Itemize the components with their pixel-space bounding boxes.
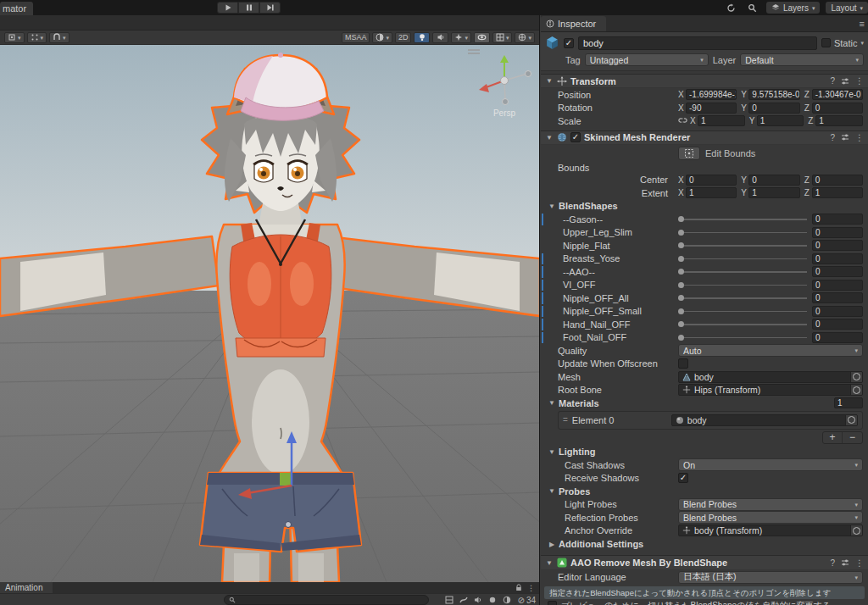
blendshape-value-field[interactable]: 0 bbox=[812, 306, 863, 317]
center-z-field[interactable]: 0 bbox=[812, 175, 863, 186]
blendshape-value-field[interactable]: 0 bbox=[812, 266, 863, 277]
blendshape-slider[interactable] bbox=[678, 240, 807, 251]
foldout-icon[interactable]: ▼ bbox=[545, 77, 554, 85]
materials-count-field[interactable]: 1 bbox=[834, 397, 863, 408]
anchor-override-object-field[interactable]: body (Transform) bbox=[678, 525, 863, 536]
rotation-x-field[interactable]: -90 bbox=[686, 103, 737, 114]
curves-icon[interactable] bbox=[459, 596, 468, 604]
foldout-icon[interactable]: ▼ bbox=[545, 559, 554, 567]
blendshape-slider[interactable] bbox=[678, 266, 807, 277]
lighting-toggle[interactable] bbox=[414, 32, 430, 43]
persp-label[interactable]: Persp bbox=[493, 108, 516, 118]
2d-toggle[interactable]: 2D bbox=[395, 32, 412, 43]
blendshape-value-field[interactable]: 0 bbox=[812, 214, 863, 225]
object-picker-icon[interactable] bbox=[850, 372, 862, 382]
foldout-icon[interactable]: ▼ bbox=[545, 134, 554, 142]
editor-language-dropdown[interactable]: 日本語 (日本)▾ bbox=[678, 571, 863, 584]
blendshape-slider[interactable] bbox=[678, 319, 807, 330]
blendshape-value-field[interactable]: 0 bbox=[812, 292, 863, 303]
play-button[interactable] bbox=[217, 2, 238, 14]
skinned-mesh-renderer-header[interactable]: ▼ ✓ Skinned Mesh Renderer ? ⋮ bbox=[541, 130, 868, 145]
link-scale-icon[interactable] bbox=[678, 116, 687, 125]
static-checkbox[interactable] bbox=[821, 38, 831, 47]
extent-x-field[interactable]: 1 bbox=[686, 187, 737, 198]
draw-mode-dropdown[interactable]: ▾ bbox=[372, 32, 392, 43]
audio-toggle[interactable] bbox=[432, 32, 448, 43]
kebab-menu-icon[interactable]: ⋮ bbox=[855, 76, 864, 86]
drag-handle-icon[interactable]: = bbox=[563, 415, 568, 425]
contrast-icon[interactable] bbox=[503, 596, 511, 604]
kebab-menu-icon[interactable]: ⋮ bbox=[527, 584, 535, 592]
blendshapes-foldout[interactable]: ▼ BlendShapes bbox=[541, 200, 868, 214]
dopesheet-icon[interactable] bbox=[445, 596, 453, 604]
layers-dropdown[interactable]: Layers ▾ bbox=[766, 2, 821, 14]
position-z-field[interactable]: -1.30467e-0 bbox=[812, 89, 863, 100]
blendshape-slider[interactable] bbox=[678, 280, 807, 291]
presets-icon[interactable] bbox=[841, 133, 849, 142]
blendshape-slider[interactable] bbox=[678, 227, 807, 238]
root-bone-object-field[interactable]: Hips (Transform) bbox=[678, 384, 863, 396]
search-button[interactable] bbox=[745, 2, 760, 14]
history-button[interactable] bbox=[724, 2, 739, 14]
transform-header[interactable]: ▼ Transform ? ⋮ bbox=[541, 74, 868, 88]
smr-enabled-checkbox[interactable]: ✓ bbox=[570, 132, 581, 142]
aao-component-header[interactable]: ▼ AAO Remove Mesh By BlendShape ? ⋮ bbox=[541, 555, 868, 570]
update-offscreen-checkbox[interactable] bbox=[678, 358, 688, 369]
rotation-y-field[interactable]: 0 bbox=[748, 103, 799, 114]
blendshape-slider[interactable] bbox=[678, 292, 807, 303]
extent-y-field[interactable]: 1 bbox=[748, 187, 799, 198]
reflection-probes-dropdown[interactable]: Blend Probes▾ bbox=[678, 511, 863, 524]
object-picker-icon[interactable] bbox=[845, 415, 857, 425]
object-picker-icon[interactable] bbox=[850, 525, 862, 536]
probes-foldout[interactable]: ▼ Probes bbox=[541, 485, 868, 498]
aao-preview-checkbox[interactable] bbox=[548, 601, 557, 605]
material-object-field[interactable]: body bbox=[671, 414, 858, 426]
gameobject-enabled-checkbox[interactable]: ✓ bbox=[564, 38, 574, 48]
tab-animation[interactable]: Animation bbox=[0, 582, 53, 593]
blendshape-value-field[interactable]: 0 bbox=[812, 227, 863, 238]
presets-icon[interactable] bbox=[841, 77, 849, 86]
tool-settings-button[interactable]: ▾ bbox=[4, 32, 25, 43]
scale-x-field[interactable]: 1 bbox=[698, 115, 745, 126]
position-y-field[interactable]: 9.575158e-0 bbox=[748, 89, 799, 100]
blendshape-value-field[interactable]: 0 bbox=[812, 319, 863, 330]
snap-increment-button[interactable]: ▾ bbox=[49, 32, 70, 43]
edit-bounds-button[interactable] bbox=[678, 147, 700, 160]
blendshape-slider[interactable] bbox=[678, 253, 807, 264]
visibility-toggle[interactable] bbox=[474, 32, 490, 43]
help-icon[interactable]: ? bbox=[830, 133, 835, 142]
help-icon[interactable]: ? bbox=[830, 76, 835, 86]
materials-foldout[interactable]: ▼ Materials 1 bbox=[541, 397, 868, 410]
kebab-menu-icon[interactable]: ⋮ bbox=[855, 558, 864, 568]
layer-dropdown[interactable]: Default▾ bbox=[740, 53, 864, 66]
grid-snap-button[interactable]: ▾ bbox=[27, 32, 47, 43]
mesh-object-field[interactable]: body bbox=[678, 371, 863, 383]
blendshape-value-field[interactable]: 0 bbox=[812, 253, 863, 264]
effects-dropdown[interactable]: ▾ bbox=[451, 32, 471, 43]
light-probes-dropdown[interactable]: Blend Probes▾ bbox=[678, 498, 863, 511]
blendshape-slider[interactable] bbox=[678, 306, 807, 317]
gameobject-name-field[interactable]: body bbox=[578, 36, 817, 50]
cast-shadows-dropdown[interactable]: On▾ bbox=[678, 458, 863, 471]
additional-settings-foldout[interactable]: ▶ Additional Settings bbox=[541, 537, 868, 551]
tab-inspector[interactable]: Inspector bbox=[541, 16, 606, 31]
lock-icon[interactable] bbox=[515, 584, 522, 591]
add-material-button[interactable]: + bbox=[823, 432, 843, 443]
animation-search-input[interactable] bbox=[224, 595, 429, 605]
position-x-field[interactable]: -1.699984e-1 bbox=[686, 89, 737, 100]
scene-viewport[interactable]: Persp bbox=[0, 45, 539, 582]
object-picker-icon[interactable] bbox=[850, 385, 862, 395]
blendshape-value-field[interactable]: 0 bbox=[812, 240, 863, 251]
remove-material-button[interactable]: − bbox=[843, 432, 862, 443]
center-x-field[interactable]: 0 bbox=[686, 175, 737, 186]
gizmos-dropdown[interactable]: ▾ bbox=[515, 32, 535, 43]
scale-y-field[interactable]: 1 bbox=[757, 115, 804, 126]
camera-overlay-dropdown[interactable]: ▾ bbox=[492, 32, 513, 43]
lighting-foldout[interactable]: ▼ Lighting bbox=[541, 446, 868, 459]
tab-animator-truncated[interactable]: mator bbox=[0, 2, 33, 15]
audio-icon[interactable] bbox=[474, 596, 482, 604]
record-icon[interactable] bbox=[488, 596, 497, 604]
msaa-button[interactable]: MSAA bbox=[342, 32, 370, 43]
pause-button[interactable] bbox=[238, 2, 259, 14]
static-control[interactable]: Static ▾ bbox=[821, 38, 864, 48]
